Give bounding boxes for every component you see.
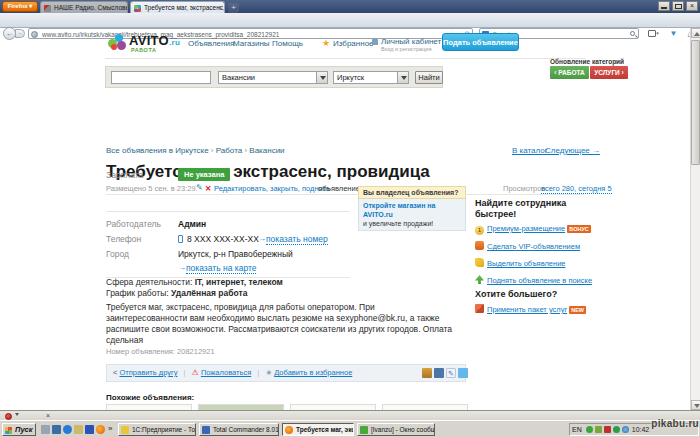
language-indicator[interactable]: EN — [572, 426, 582, 433]
nav-ads-link[interactable]: Объявления — [188, 39, 234, 48]
schedule-value: Удалённая работа — [171, 288, 247, 298]
tab-nashe-radio[interactable]: НАШЕ Радио. Смысловые Галлюцинац × — [40, 1, 128, 13]
to-catalog-link[interactable]: В каталог — [512, 146, 548, 155]
sidebar-item-premium[interactable]: 1Премиум-размещениебонус — [475, 224, 591, 235]
category-services-button[interactable]: УСЛУГИ › — [590, 66, 628, 79]
quicklaunch-save-icon[interactable] — [85, 425, 94, 434]
quicklaunch-firefox-icon[interactable] — [96, 425, 105, 434]
task-button-firefox-active[interactable]: Требуется маг, экст... — [282, 423, 354, 436]
tray-punto-icon[interactable] — [604, 426, 611, 433]
breadcrumb-work[interactable]: Работа — [216, 146, 242, 155]
social-twitter-icon[interactable] — [458, 368, 468, 378]
scroll-up-icon[interactable] — [691, 28, 700, 38]
navigation-toolbar: ← → www.avito.ru/irkutsk/vakansii/trebue… — [0, 13, 700, 28]
quicklaunch-monitor-icon[interactable] — [52, 425, 61, 434]
arrow-icon: → — [178, 263, 186, 272]
premium-link[interactable]: Премиум-размещение — [487, 224, 565, 233]
chevron-down-icon[interactable] — [316, 72, 327, 83]
new-badge: new — [569, 306, 586, 314]
separator: | — [184, 368, 186, 377]
breadcrumb-vacancies[interactable]: Вакансии — [249, 146, 284, 155]
sidebar-item-vip[interactable]: Сделать VIP-объявлением — [475, 241, 580, 251]
city-select[interactable]: Иркутск — [333, 71, 409, 84]
posted-date: Размещено 5 сен. в 23:29. — [106, 184, 198, 193]
sidebar-heading-2: Хотите большего? — [475, 289, 557, 300]
edit-pencil-icon[interactable]: ✎ — [196, 183, 203, 192]
find-button[interactable]: Найти — [415, 71, 443, 84]
tab-avito-listing[interactable]: Требуется маг, экстрасенс, провидица × — [130, 1, 225, 13]
search-input[interactable] — [111, 71, 211, 84]
coin-icon: 1 — [475, 226, 484, 235]
adblock-caret-icon[interactable] — [15, 413, 19, 416]
category-work-button[interactable]: ‹ РАБОТА — [550, 66, 589, 79]
start-button[interactable]: Пуск — [2, 423, 36, 436]
favorites-link[interactable]: Избранное — [333, 39, 374, 48]
watermark: pikabu.ru — [651, 418, 699, 429]
vip-link[interactable]: Сделать VIP-объявлением — [487, 242, 580, 251]
tray-agent-icon[interactable] — [595, 426, 602, 433]
task-button-1c[interactable]: 1С:Предприятие - Торг... — [118, 423, 196, 436]
tray-antivirus-icon[interactable] — [613, 426, 620, 433]
bump-link[interactable]: Поднять объявление в поиске — [487, 276, 592, 285]
avito-logo-text[interactable]: AVITO.ru — [129, 33, 180, 48]
forward-button[interactable]: → — [15, 29, 25, 38]
task-button-ivanzu[interactable]: [Ivanzu] - Окно сообще... — [357, 423, 435, 436]
show-on-map-link[interactable]: показать на карте — [186, 263, 256, 274]
tray-network-globe-icon[interactable] — [622, 426, 629, 433]
close-ad-icon[interactable]: ✕ — [205, 184, 211, 193]
edit-links[interactable]: Редактировать, закрыть, поднять — [214, 184, 330, 193]
total-commander-icon — [202, 426, 210, 434]
salary-label: Зарплата — [106, 170, 143, 180]
firefox-menu-button[interactable]: Firefox ▾ — [2, 1, 38, 12]
open-shop-link[interactable]: Откройте магазин на AVITO.ru — [363, 202, 435, 218]
nav-help-link[interactable]: Помощь — [272, 39, 303, 48]
next-listing-link[interactable]: Следующее → — [545, 146, 600, 155]
search-magnifier-icon[interactable] — [630, 31, 635, 36]
minimize-button[interactable] — [658, 1, 670, 11]
scroll-down-icon[interactable] — [691, 400, 700, 410]
quicklaunch-folder-icon[interactable] — [74, 425, 83, 434]
avito-logo-icon[interactable] — [108, 33, 128, 51]
owner-box-text: и увеличьте продажи! — [363, 220, 433, 227]
report-link[interactable]: Пожаловаться — [201, 368, 251, 377]
adblock-icon[interactable] — [5, 413, 12, 420]
downloads-button[interactable]: ▼ — [666, 28, 681, 40]
logo-section-label: РАБОТА — [131, 47, 156, 53]
post-ad-button[interactable]: Подать объявление — [442, 33, 519, 51]
site-globe-icon — [31, 31, 38, 38]
sidebar-item-highlight[interactable]: Выделить объявление — [475, 258, 566, 268]
task-button-total-commander[interactable]: Total Commander 8.01 - ... — [199, 423, 279, 436]
close-button[interactable]: × — [686, 1, 698, 11]
tab-close-icon[interactable]: × — [218, 2, 222, 13]
clock[interactable]: 10:42 — [632, 426, 650, 433]
scrollbar-thumb[interactable] — [691, 40, 700, 165]
sidebar-item-package[interactable]: Применить пакет услугnew — [475, 304, 586, 314]
tray-messenger-icon[interactable] — [586, 426, 593, 433]
vertical-scrollbar[interactable] — [690, 28, 700, 410]
package-link[interactable]: Применить пакет услуг — [487, 305, 567, 314]
breadcrumb-separator: › — [244, 146, 247, 155]
new-tab-button[interactable]: + — [228, 3, 239, 13]
tab-close-icon[interactable]: × — [121, 2, 125, 13]
highlight-link[interactable]: Выделить объявление — [487, 259, 566, 268]
logo-dot-red — [111, 44, 117, 50]
social-livejournal-pen-icon[interactable]: ✎ — [446, 368, 456, 378]
quicklaunch-overflow-chevron[interactable]: » — [108, 424, 112, 433]
send-to-friend-link[interactable]: Отправить другу — [119, 368, 177, 377]
bookmarks-panel-button[interactable]: ▾ — [646, 28, 661, 40]
restore-button[interactable] — [672, 1, 684, 11]
nav-shops-link[interactable]: Магазины — [233, 39, 270, 48]
add-favorite-link[interactable]: Добавить в избранное — [274, 368, 352, 377]
cabinet-link[interactable]: Личный кабинет ▾ — [381, 37, 447, 46]
breadcrumb-all-ads[interactable]: Все объявления в Иркутске — [106, 146, 209, 155]
quicklaunch-ie-icon[interactable] — [63, 425, 72, 434]
views-value[interactable]: всего 280, сегодня 5 — [541, 184, 612, 194]
quicklaunch-desktop-icon[interactable] — [41, 425, 50, 434]
firefox-icon — [285, 426, 293, 434]
chevron-down-icon[interactable] — [397, 72, 408, 83]
sidebar-item-bump[interactable]: Поднять объявление в поиске — [475, 275, 592, 285]
social-mailru-icon[interactable] — [422, 368, 432, 378]
category-select[interactable]: Вакансии — [218, 71, 328, 84]
social-vk-icon[interactable] — [434, 368, 444, 378]
show-phone-link[interactable]: показать номер — [266, 234, 328, 245]
